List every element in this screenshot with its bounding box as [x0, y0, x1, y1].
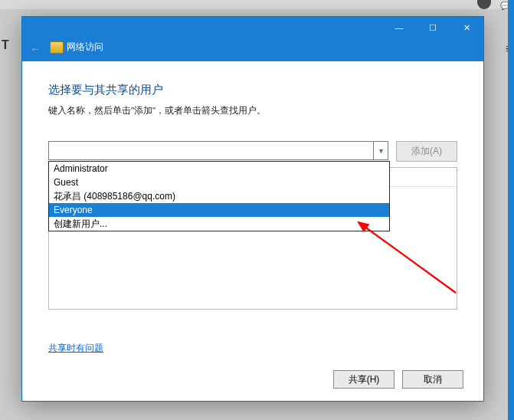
add-button: 添加(A) — [396, 141, 457, 162]
dropdown-item[interactable]: 花承昌 (408985186@qq.com) — [49, 189, 389, 203]
page-subtext: 键入名称，然后单击"添加"，或者单击箭头查找用户。 — [48, 105, 457, 116]
page-heading: 选择要与其共享的用户 — [48, 83, 457, 97]
window-title: 网络访问 — [67, 41, 103, 54]
cancel-button[interactable]: 取消 — [402, 370, 463, 389]
titlebar: — ☐ ✕ ← 网络访问 — [22, 17, 483, 61]
dialog-window: — ☐ ✕ ← 网络访问 选择要与其共享的用户 键入名称，然后单击"添加"，或者… — [21, 16, 484, 402]
user-input-row: ▾ AdministratorGuest花承昌 (408985186@qq.co… — [48, 141, 457, 162]
dialog-footer: 共享(H) 取消 — [333, 370, 463, 389]
close-button[interactable]: ✕ — [450, 17, 483, 38]
user-name-input[interactable] — [49, 142, 373, 159]
dropdown-item[interactable]: Administrator — [49, 162, 389, 176]
dropdown-item[interactable]: 创建新用户... — [49, 217, 389, 231]
back-arrow-icon[interactable]: ← — [30, 43, 41, 55]
folder-icon — [50, 41, 64, 54]
dropdown-item[interactable]: Everyone — [49, 203, 389, 217]
background-tool-icon: T — [2, 38, 12, 54]
background-top-strip — [0, 0, 514, 9]
desktop-edge — [508, 0, 514, 420]
user-dropdown: AdministratorGuest花承昌 (408985186@qq.com)… — [48, 161, 390, 231]
dropdown-item[interactable]: Guest — [49, 176, 389, 189]
minimize-button[interactable]: — — [382, 17, 416, 38]
share-button[interactable]: 共享(H) — [333, 370, 395, 389]
window-controls: — ☐ ✕ — [382, 17, 483, 38]
help-link[interactable]: 共享时有问题 — [48, 342, 103, 355]
user-combobox[interactable]: ▾ AdministratorGuest花承昌 (408985186@qq.co… — [48, 141, 388, 160]
maximize-button[interactable]: ☐ — [416, 17, 450, 38]
dropdown-chevron-icon[interactable]: ▾ — [373, 142, 388, 159]
content-area: 选择要与其共享的用户 键入名称，然后单击"添加"，或者单击箭头查找用户。 ▾ A… — [22, 61, 483, 401]
